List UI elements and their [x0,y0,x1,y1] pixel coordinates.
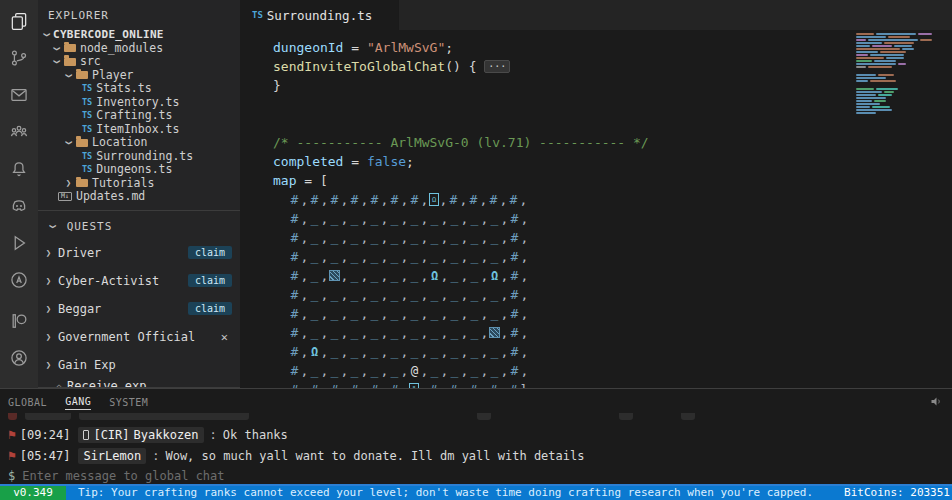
tree-item-dungeons-ts[interactable]: TSDungeons.ts [38,163,240,177]
map-floor: _ [449,325,460,340]
tree-item-cybercode-online[interactable]: ❯CYBERCODE_ONLINE [38,28,240,42]
quest-item-gain-exp[interactable]: ❯Gain Exp [38,351,240,379]
claim-button[interactable]: claim [188,302,232,315]
discord-icon[interactable] [6,193,32,219]
map-comma: , [300,363,309,378]
map-floor: _ [389,287,400,302]
map-floor: _ [389,325,400,340]
tree-item-surrounding-ts[interactable]: TSSurrounding.ts [38,150,240,164]
map-floor: _ [449,344,460,359]
chevron-down-icon: ❯ [62,138,76,147]
map-floor: _ [389,230,400,245]
map-floor: _ [469,325,480,340]
map-wall: # [409,192,420,207]
code-token: = [343,154,366,169]
map-comma: , [400,382,409,388]
minimap[interactable] [856,33,946,115]
code-token: /* ----------- ArlMwSvG-0 (lv.71) ------… [273,135,649,150]
quest-item-government-official[interactable]: ❯Government Official✕ [38,323,240,351]
app-store-icon[interactable] [6,267,32,293]
people-icon[interactable] [6,119,32,145]
tree-item-label: Stats.ts [96,82,151,96]
map-comma: , [300,287,309,302]
map-comma: , [340,192,349,207]
map-comma: , [320,230,329,245]
close-icon[interactable]: ✕ [217,330,232,344]
map-row-end: , [520,306,529,321]
map-floor: _ [329,249,340,264]
quest-item-beggar[interactable]: ❯Beggarclaim [38,295,240,323]
map-floor: _ [389,306,400,321]
minimap-row [856,36,946,38]
map-comma: , [479,382,488,388]
chat-tab-system[interactable]: SYSTEM [109,393,148,410]
tree-item-stats-ts[interactable]: TSStats.ts [38,82,240,96]
map-floor: _ [369,344,380,359]
chat-input[interactable] [22,467,952,484]
play-icon[interactable] [6,230,32,256]
map-comma: , [340,344,349,359]
map-wall: # [369,382,380,388]
minimap-row [856,63,946,65]
tree-item-location[interactable]: ❯Location [38,136,240,150]
bell-icon[interactable] [6,156,32,182]
map-wall: # [509,344,520,359]
quest-subitem-receive-exp[interactable]: ◇Receive exp [56,379,234,387]
map-comma: , [360,192,369,207]
tree-item-src[interactable]: ❯src [38,55,240,69]
quest-item-driver[interactable]: ❯Driverclaim [38,239,240,267]
map-comma: , [380,230,389,245]
map-comma: , [420,325,429,340]
minimap-segment [886,57,904,59]
prompt-dollar-icon: $ [8,469,15,483]
quest-label: Beggar [58,302,188,316]
chat-username[interactable]: SirLemon [78,448,146,464]
map-wall: # [289,230,300,245]
folded-code-icon[interactable]: ··· [484,60,510,73]
map-wall: # [509,306,520,321]
map-wall: # [509,287,520,302]
minimap-segment [856,54,868,56]
map-floor: _ [389,363,400,378]
map-comma: , [300,192,309,207]
tree-item-inventory-ts[interactable]: TSInventory.ts [38,96,240,110]
minimap-segment [856,109,892,111]
chat-tab-global[interactable]: GLOBAL [8,393,47,410]
volume-icon[interactable] [929,394,944,409]
account-icon[interactable] [6,345,32,371]
map-comma: , [420,287,429,302]
map-floor: _ [369,211,380,226]
code-token: = [343,40,366,55]
files-icon[interactable] [6,8,32,34]
tree-item-iteminbox-ts[interactable]: TSItemInbox.ts [38,123,240,137]
claim-button[interactable]: claim [188,274,232,287]
quest-item-cyber-activist[interactable]: ❯Cyber-Activistclaim [38,267,240,295]
username-label: SirLemon [83,449,141,463]
minimap-segment [874,100,886,102]
mail-icon[interactable] [6,82,32,108]
tree-item-node-modules[interactable]: ❯node_modules [38,42,240,56]
code-token: sendInviteToGlobalChat [273,59,445,74]
tree-item-crafting-ts[interactable]: TSCrafting.ts [38,109,240,123]
patreon-icon[interactable] [6,308,32,334]
minimap-segment [920,39,932,41]
tree-item-updates-md[interactable]: M↓Updates.md [38,190,240,204]
chat-tab-gang[interactable]: GANG [65,392,91,410]
minimap-segment [884,42,914,44]
tab-surrounding-ts[interactable]: TS Surrounding.ts [240,0,399,30]
claim-button[interactable]: claim [188,246,232,259]
map-comma: , [500,363,509,378]
tree-item-player[interactable]: ❯Player [38,69,240,83]
map-floor: _ [309,230,320,245]
tree-item-tutorials[interactable]: ❯Tutorials [38,177,240,191]
map-comma: , [380,268,389,283]
map-row: #,#,#,#,#,#,∥,#,#,#,#,#] [273,380,952,388]
map-wall: # [289,287,300,302]
chevron-down-icon: ❯ [50,44,64,53]
minimap-segment [856,97,886,99]
map-player-icon: @ [409,363,420,378]
source-control-icon[interactable] [6,45,32,71]
map-comma: , [440,287,449,302]
minimap-segment [856,88,874,90]
chat-username[interactable]: [CIR]Byakkozen [78,427,203,443]
